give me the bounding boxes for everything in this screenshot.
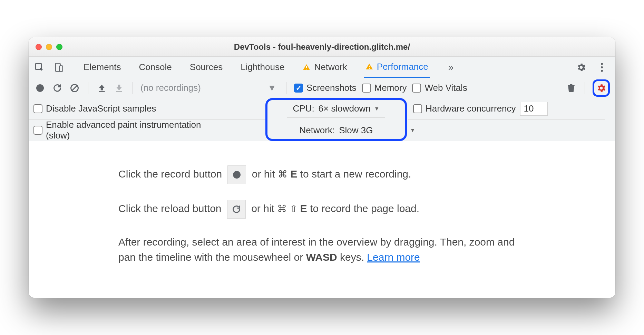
record-button[interactable] <box>34 82 46 94</box>
tab-console[interactable]: Console <box>137 57 173 78</box>
checkbox-icon <box>362 84 371 93</box>
screenshots-checkbox[interactable]: Screenshots <box>294 83 357 93</box>
network-throttle-select[interactable]: Slow 3G <box>339 125 373 136</box>
hint-record: Click the record button or hit ⌘ E to st… <box>118 165 526 184</box>
learn-more-link[interactable]: Learn more <box>367 251 420 263</box>
capture-settings-panel: Disable JavaScript samples CPU: 6× slowd… <box>29 98 615 141</box>
chevron-down-icon: ▾ <box>411 126 414 134</box>
checkbox-icon <box>412 84 421 93</box>
hardware-concurrency-checkbox[interactable]: Hardware concurrency <box>413 103 516 114</box>
tab-elements[interactable]: Elements <box>82 57 122 78</box>
svg-rect-13 <box>116 91 122 92</box>
window-maximize-button[interactable] <box>56 44 62 50</box>
devtools-tabstrip: Elements Console Sources Lighthouse Netw… <box>29 57 615 78</box>
memory-checkbox[interactable]: Memory <box>362 83 407 93</box>
svg-rect-12 <box>99 91 105 92</box>
inspect-element-icon[interactable] <box>33 61 46 74</box>
capture-settings-icon[interactable] <box>595 82 607 94</box>
titlebar: DevTools - foul-heavenly-direction.glitc… <box>29 37 615 57</box>
svg-point-8 <box>601 66 603 68</box>
tab-sources[interactable]: Sources <box>188 57 224 78</box>
disable-js-samples-checkbox[interactable]: Disable JavaScript samples <box>33 103 156 114</box>
kebab-menu-icon[interactable] <box>595 61 608 74</box>
checkbox-icon <box>33 104 42 113</box>
svg-rect-4 <box>306 69 307 69</box>
hint-zoom: After recording, select an area of inter… <box>118 234 526 265</box>
checkbox-icon <box>294 84 303 93</box>
network-throttle-label: Network: <box>300 125 335 136</box>
hardware-concurrency-input[interactable]: 10 <box>520 102 548 116</box>
reload-button-inline[interactable] <box>227 200 246 219</box>
chevron-down-icon: ▼ <box>267 83 276 93</box>
svg-rect-2 <box>59 66 62 71</box>
tab-network[interactable]: Network <box>301 57 348 78</box>
svg-point-7 <box>601 63 603 65</box>
warning-icon <box>302 63 311 71</box>
tab-lighthouse[interactable]: Lighthouse <box>239 57 286 78</box>
garbage-collect-icon[interactable] <box>565 82 577 94</box>
traffic-lights <box>36 44 62 50</box>
tabs-overflow-button[interactable]: » <box>445 62 457 73</box>
device-toggle-icon[interactable] <box>52 61 65 74</box>
performance-landing: Click the record button or hit ⌘ E to st… <box>29 141 615 298</box>
window-close-button[interactable] <box>36 44 42 50</box>
capture-settings-highlight <box>593 79 610 97</box>
load-profile-icon[interactable] <box>96 82 108 94</box>
svg-rect-14 <box>568 85 575 86</box>
record-button-inline[interactable] <box>227 165 246 184</box>
svg-rect-6 <box>369 68 370 69</box>
window-minimize-button[interactable] <box>46 44 52 50</box>
advanced-paint-checkbox[interactable]: Enable advanced paint instrumentation (s… <box>33 119 225 141</box>
cpu-throttle-select[interactable]: 6× slowdown ▼ <box>319 103 380 114</box>
checkbox-icon <box>413 104 422 113</box>
devtools-window: DevTools - foul-heavenly-direction.glitc… <box>29 37 615 298</box>
reload-record-button[interactable] <box>51 82 63 94</box>
clear-button[interactable] <box>69 82 80 94</box>
svg-rect-5 <box>369 66 370 67</box>
tab-performance[interactable]: Performance <box>364 57 430 78</box>
warning-icon <box>365 63 373 71</box>
svg-rect-3 <box>306 66 307 68</box>
chevron-down-icon: ▼ <box>374 106 380 112</box>
throttling-highlight: CPU: 6× slowdown ▼ Network: Slow 3G <box>265 98 407 141</box>
svg-rect-15 <box>570 84 573 85</box>
performance-toolbar: (no recordings) ▼ Screenshots Memory Web… <box>29 78 615 98</box>
window-title: DevTools - foul-heavenly-direction.glitc… <box>29 42 615 52</box>
settings-icon[interactable] <box>575 61 588 74</box>
svg-point-9 <box>601 70 603 72</box>
recordings-dropdown[interactable]: (no recordings) ▼ <box>140 83 279 93</box>
hint-reload: Click the reload button or hit ⌘ ⇧ E to … <box>118 200 526 219</box>
web-vitals-checkbox[interactable]: Web Vitals <box>412 83 467 93</box>
checkbox-icon <box>33 126 42 135</box>
cpu-throttle-label: CPU: <box>293 103 314 114</box>
save-profile-icon[interactable] <box>113 82 125 94</box>
no-recordings-label: (no recordings) <box>140 83 201 93</box>
svg-line-11 <box>72 86 77 90</box>
